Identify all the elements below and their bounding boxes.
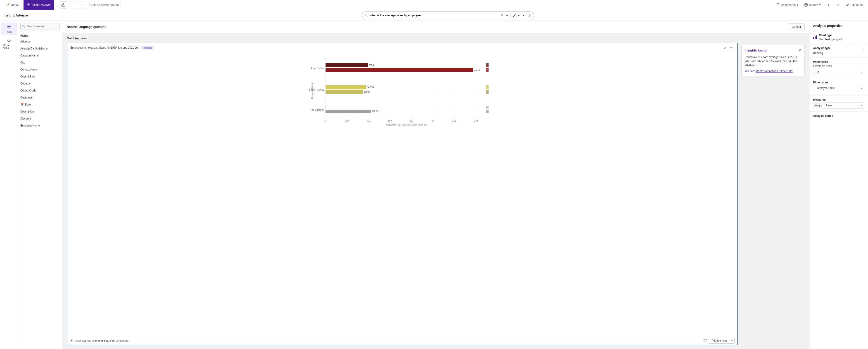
- measure-value: Sales: [826, 104, 832, 107]
- svg-text:1.2k: 1.2k: [452, 119, 457, 122]
- field-item-date[interactable]: 📅 Date: [18, 101, 62, 108]
- svg-text:800: 800: [409, 119, 413, 122]
- field-item-categoryName[interactable]: CategoryName: [18, 52, 62, 59]
- sidebar-item-fields[interactable]: Fields: [1, 23, 17, 35]
- dimension-employee-name[interactable]: EmployeeName ›: [813, 85, 864, 91]
- lang-selector[interactable]: en: [518, 14, 521, 17]
- nav-back-btn[interactable]: [825, 2, 832, 8]
- chart-header-right: ⤢ ⋯: [723, 45, 734, 50]
- search-input[interactable]: [370, 13, 499, 17]
- trend-value: Up: [815, 70, 819, 74]
- search-clear-btn[interactable]: ✕: [501, 13, 504, 18]
- nav-forward-btn[interactable]: [834, 2, 841, 8]
- dropdown-arrow: ›: [861, 71, 862, 73]
- parameters-section: Parameters Favorable trend Up ›: [809, 58, 868, 78]
- search-submit-btn[interactable]: →: [505, 13, 508, 17]
- analysis-type-section: Analysis type ? Ranking: [809, 44, 868, 58]
- chart-type-section: Chart type Bar chart (grouped): [809, 31, 868, 44]
- parameters-label: Parameters: [813, 60, 864, 64]
- undo-btn[interactable]: [69, 1, 76, 9]
- cancel-button[interactable]: Cancel: [788, 24, 805, 30]
- svg-line-10: [367, 15, 368, 16]
- description-label: Description: [20, 110, 34, 113]
- field-item-employeeName[interactable]: EmployeeName: [18, 122, 62, 129]
- field-item-discount[interactable]: Discount: [18, 115, 62, 122]
- tab-insight-advisor[interactable]: Insight Advisor: [24, 0, 54, 10]
- field-item-contactName[interactable]: ContactName: [18, 66, 62, 73]
- svg-text:1.27k: 1.27k: [474, 69, 480, 71]
- chart-footer: ℹ Period applied: Month comparison (Orde…: [67, 336, 737, 345]
- camera-btn[interactable]: [60, 1, 67, 9]
- svg-point-3: [63, 4, 64, 6]
- favorable-trend-dropdown[interactable]: Up ›: [813, 69, 864, 75]
- chart-menu-btn[interactable]: ⋯: [729, 45, 734, 50]
- svg-text:1.4k: 1.4k: [473, 119, 478, 122]
- edit-sheet-label: Edit sheet: [850, 3, 864, 6]
- svg-text:388.74: 388.74: [372, 110, 379, 113]
- field-item-averageCallSatisfaction[interactable]: AverageCallSatisfaction: [18, 45, 62, 52]
- svg-text:600: 600: [388, 119, 392, 122]
- chart-type-labels: Chart type Bar chart (grouped): [819, 34, 842, 41]
- redo-btn[interactable]: [78, 1, 85, 9]
- analysis-type-help-icon[interactable]: ?: [863, 47, 864, 50]
- chart-type-label: Chart type: [819, 34, 842, 37]
- discount-label: Discount: [20, 117, 31, 120]
- insights-close-btn[interactable]: ✕: [798, 48, 801, 53]
- date-calendar-icon: 📅: [20, 103, 24, 106]
- field-item-country[interactable]: Country: [18, 80, 62, 87]
- field-item-city[interactable]: City: [18, 59, 62, 66]
- tab-notes[interactable]: 📝 Notes: [3, 0, 22, 10]
- fields-section-label: Fields: [18, 32, 62, 38]
- bookmarks-arrow: ▾: [797, 3, 798, 6]
- svg-text:347.69: 347.69: [367, 86, 374, 89]
- customer-label: Customer: [20, 96, 32, 99]
- tab-notes-label: Notes: [11, 3, 19, 6]
- no-selections-text: No selections applied: [93, 3, 119, 6]
- insights-link[interactable]: >Period: Month comparison (OrderDate): [745, 70, 801, 73]
- fields-label: Fields: [6, 30, 12, 33]
- period-text: Period applied:: [74, 339, 91, 342]
- field-item-costOfSale[interactable]: Cost of Sale: [18, 73, 62, 80]
- master-items-label: Master items: [3, 44, 15, 49]
- chart-header: EmployeeName by avg Sales for 2020-Jun a…: [67, 43, 737, 53]
- bar-rob-2020: [326, 110, 371, 113]
- content-area: Natural language question Cancel Matchin…: [62, 21, 809, 349]
- insight-advisor-title: Insight Advisor: [4, 13, 28, 17]
- chart-title-area: EmployeeName by avg Sales for 2020-Jun a…: [70, 46, 154, 49]
- favorable-trend-label: Favorable trend: [813, 64, 864, 68]
- field-item-countryCode[interactable]: CountryCode: [18, 87, 62, 94]
- svg-text:363.6: 363.6: [369, 64, 374, 67]
- bookmarks-btn[interactable]: Bookmarks ▾: [774, 2, 800, 8]
- svg-text:Joan Collins: Joan Collins: [311, 67, 324, 70]
- share-btn[interactable]: [703, 339, 707, 343]
- field-item-customer[interactable]: Customer: [18, 94, 62, 101]
- analysis-period-section: Analysis period: [809, 112, 868, 121]
- svg-rect-50: [486, 90, 489, 94]
- measure-prefix-tag: Avg: [813, 103, 822, 108]
- assets-search-input[interactable]: [20, 23, 60, 30]
- add-to-sheet-dropdown-btn[interactable]: ▾: [730, 338, 734, 343]
- left-panel: Fields Master items: [0, 21, 18, 349]
- measure-sales-item[interactable]: Sales ›: [823, 102, 864, 109]
- bar-chart-svg: 0 200 400 600 800 1k 1.2k 1.4k EmployeeN…: [71, 55, 734, 127]
- mic-btn[interactable]: 🎤: [513, 13, 516, 17]
- search-bar-container: ✕ → 🎤 en ▾ ⓘ: [362, 11, 534, 19]
- categoryName-label: CategoryName: [20, 54, 39, 57]
- sidebar-item-master-items[interactable]: Master items: [1, 36, 17, 51]
- right-panel: Analysis properties Chart type Bar chart…: [809, 21, 868, 349]
- svg-text:Rob Carsson: Rob Carsson: [310, 108, 324, 111]
- sheets-btn[interactable]: Sheets ▾: [802, 2, 823, 8]
- contactName-label: ContactName: [20, 68, 37, 71]
- bar-louis-2021: [326, 85, 366, 89]
- field-item-address[interactable]: Address: [18, 38, 62, 45]
- chart-expand-btn[interactable]: ⤢: [723, 45, 727, 50]
- edit-sheet-btn[interactable]: Edit sheet: [844, 2, 865, 8]
- field-item-description[interactable]: Description: [18, 108, 62, 115]
- svg-rect-56: [816, 35, 817, 39]
- lang-arrow[interactable]: ▾: [523, 14, 524, 16]
- dimension-value: EmployeeName: [815, 86, 835, 90]
- costOfSale-label: Cost of Sale: [20, 75, 35, 78]
- search-info-btn[interactable]: ⓘ: [528, 13, 531, 18]
- notes-icon: 📝: [6, 3, 9, 6]
- add-to-sheet-button[interactable]: Add to sheet: [709, 338, 730, 343]
